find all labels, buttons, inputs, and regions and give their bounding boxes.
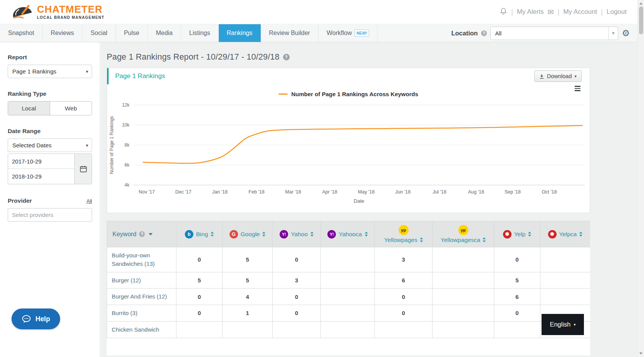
logo-subtitle: LOCAL BRAND MANAGEMENT [37, 15, 104, 20]
tab-label: Rankings [227, 30, 253, 37]
settings-gear-icon[interactable]: ⚙ [622, 29, 630, 38]
svg-text:Oct '18: Oct '18 [542, 189, 557, 195]
panel-header: Page 1 Rankings Download ▾ [107, 68, 590, 84]
date-range-select-value: Selected Dates [12, 142, 52, 148]
download-label: Download [547, 73, 572, 79]
my-account-link[interactable]: My Account [563, 8, 597, 16]
tab-social[interactable]: Social [82, 24, 116, 42]
panel-title: Page 1 Rankings [115, 72, 165, 80]
chatmeter-logo[interactable]: CHATMETER LOCAL BRAND MANAGEMENT [11, 3, 104, 20]
svg-text:Nov '17: Nov '17 [139, 189, 155, 195]
tab-reviews[interactable]: Reviews [43, 24, 82, 42]
table-row: Burger (12)55365 [107, 272, 590, 289]
logout-link[interactable]: Logout [607, 8, 627, 16]
divider: | [511, 8, 513, 16]
location-select[interactable]: All ▾ [490, 27, 618, 40]
value-cell [176, 321, 223, 338]
date-range-inputs [8, 153, 92, 184]
vertical-scrollbar[interactable] [637, 0, 644, 357]
page-title-row: Page 1 Rankings Report - 10/29/17 - 10/2… [107, 52, 637, 62]
scroll-up-arrow[interactable] [639, 2, 642, 5]
keyword-cell: Burger (12) [107, 272, 176, 289]
calendar-button[interactable] [74, 154, 92, 184]
keyword-help-icon[interactable]: ? [139, 231, 145, 237]
column-header-yellowpagesca[interactable]: ypYellowpagesca [433, 221, 494, 247]
tab-media[interactable]: Media [148, 24, 181, 42]
tab-review-builder[interactable]: Review Builder [261, 24, 319, 42]
column-header-yahoo[interactable]: Y!Yahoo [273, 221, 321, 247]
chatmeter-gauge-icon [11, 3, 33, 20]
value-cell [433, 321, 494, 338]
sort-arrows-icon[interactable] [420, 237, 423, 242]
value-cell: 5 [223, 247, 273, 272]
bing-icon: b [185, 230, 193, 239]
provider-all-link[interactable]: All [87, 198, 92, 204]
download-button[interactable]: Download ▾ [534, 70, 582, 82]
end-date-input[interactable] [8, 169, 74, 184]
sort-caret-down-icon [149, 233, 153, 235]
sort-arrows-icon[interactable] [528, 232, 531, 237]
scroll-down-arrow[interactable] [639, 352, 642, 355]
legend-label: Number of Page 1 Rankings Across Keyword… [291, 91, 418, 97]
sort-arrows-icon[interactable] [211, 232, 214, 237]
column-header-keyword[interactable]: Keyword? [107, 221, 176, 247]
start-date-input[interactable] [8, 154, 74, 169]
main-nav: SnapshotReviewsSocialPulseMediaListingsR… [0, 24, 637, 42]
envelope-icon[interactable]: ✉ [548, 8, 554, 17]
column-header-yellowpages[interactable]: ypYellowpages [375, 221, 433, 247]
date-range-select[interactable]: Selected Dates ▾ [8, 138, 92, 152]
svg-text:Jul '18: Jul '18 [433, 189, 446, 195]
sort-arrows-icon[interactable] [483, 237, 486, 242]
value-cell [540, 289, 590, 305]
sort-arrows-icon[interactable] [310, 232, 314, 237]
ranking-type-toggle: Local Web [8, 101, 92, 115]
svg-text:4k: 4k [124, 182, 130, 188]
sort-arrows-icon[interactable] [262, 232, 265, 237]
sort-arrows-icon[interactable] [365, 232, 368, 237]
value-cell: 4 [223, 289, 273, 305]
column-header-yelpca[interactable]: ✽Yelpca [540, 221, 590, 247]
report-select[interactable]: Page 1 Rankings ▾ [8, 65, 92, 78]
ranking-type-web-button[interactable]: Web [50, 102, 92, 115]
tab-workflow[interactable]: WorkflowNEW! [319, 24, 378, 42]
help-label: Help [35, 315, 50, 323]
svg-text:6k: 6k [124, 162, 130, 168]
value-cell: 0 [273, 247, 321, 272]
scrollbar-thumb[interactable] [639, 7, 643, 34]
nav-tabs: SnapshotReviewsSocialPulseMediaListingsR… [0, 24, 377, 42]
notifications-bell-icon[interactable] [500, 7, 507, 17]
svg-text:Jan '18: Jan '18 [212, 189, 228, 195]
column-header-yelp[interactable]: ✽Yelp [494, 221, 540, 247]
column-header-yahooca[interactable]: Y!Yahooca [321, 221, 375, 247]
provider-header-label: Yelp [514, 231, 526, 238]
svg-text:Apr '18: Apr '18 [322, 189, 337, 195]
ranking-type-label: Ranking Type [8, 90, 92, 97]
tab-label: Social [91, 30, 107, 37]
my-alerts-link[interactable]: My Alerts [517, 8, 544, 16]
help-button[interactable]: Help [12, 309, 60, 329]
column-header-google[interactable]: GGoogle [223, 221, 273, 247]
panel-accent-bar [107, 68, 109, 84]
rankings-panel: Page 1 Rankings Download ▾ Number of Pag… [107, 68, 590, 213]
value-cell: 3 [375, 247, 433, 272]
location-help-icon[interactable]: ? [481, 30, 487, 36]
keyword-cell: Burger And Fries (12) [107, 289, 176, 305]
language-button[interactable]: English ▾ [542, 314, 584, 335]
report-label: Report [8, 54, 92, 61]
tab-pulse[interactable]: Pulse [116, 24, 148, 42]
tab-snapshot[interactable]: Snapshot [0, 24, 43, 42]
tab-rankings[interactable]: Rankings [219, 24, 261, 42]
page-title-help-icon[interactable]: ? [283, 54, 290, 60]
svg-text:10k: 10k [122, 122, 130, 128]
provider-input[interactable] [8, 208, 92, 222]
sort-arrows-icon[interactable] [579, 232, 582, 237]
ranking-type-local-button[interactable]: Local [8, 102, 50, 115]
value-cell [494, 321, 540, 338]
tab-listings[interactable]: Listings [181, 24, 218, 42]
chart-menu-icon[interactable] [573, 84, 582, 93]
svg-text:Number of Page 1 Rankings: Number of Page 1 Rankings [109, 116, 114, 174]
location-label: Location [451, 30, 478, 37]
column-header-bing[interactable]: bBing [176, 221, 223, 247]
language-label: English [550, 321, 570, 328]
chevron-down-icon: ▾ [574, 74, 577, 79]
